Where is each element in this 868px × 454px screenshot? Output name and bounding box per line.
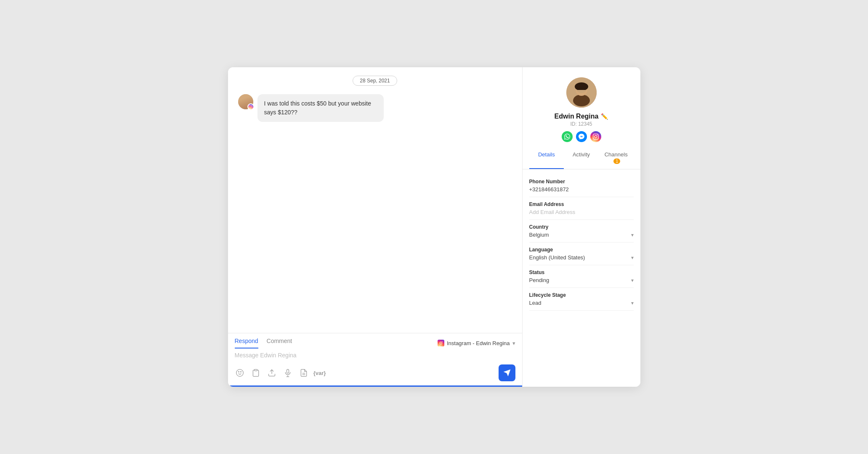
instagram-channel-icon bbox=[438, 340, 444, 346]
status-chevron-icon: ▾ bbox=[631, 277, 634, 283]
svg-point-4 bbox=[238, 372, 239, 372]
whatsapp-channel-icon[interactable] bbox=[562, 131, 573, 142]
svg-point-14 bbox=[573, 95, 590, 106]
contact-avatar-image bbox=[566, 77, 597, 108]
language-chevron-icon: ▾ bbox=[631, 255, 634, 261]
language-dropdown[interactable]: English (United States) ▾ bbox=[529, 254, 634, 261]
language-item: Language English (United States) ▾ bbox=[529, 243, 634, 265]
message-row: I was told this costs $50 but your websi… bbox=[238, 94, 384, 122]
tab-row: Respond Comment bbox=[228, 333, 522, 348]
channel-chevron-icon: ▾ bbox=[512, 340, 515, 346]
microphone-icon[interactable] bbox=[283, 368, 293, 378]
lifecycle-chevron-icon: ▾ bbox=[631, 300, 634, 306]
progress-bar bbox=[228, 385, 522, 387]
country-chevron-icon: ▾ bbox=[631, 232, 634, 238]
message-placeholder: Message Edwin Regina bbox=[235, 352, 297, 359]
variable-icon[interactable]: {var} bbox=[315, 368, 325, 378]
clipboard-icon[interactable] bbox=[251, 368, 261, 378]
instagram-contact-icon[interactable] bbox=[590, 131, 601, 142]
contact-header: Edwin Regina ✏️ ID: 12345 bbox=[523, 67, 640, 147]
message-input[interactable]: Message Edwin Regina bbox=[228, 348, 522, 362]
lifecycle-dropdown[interactable]: Lead ▾ bbox=[529, 300, 634, 306]
status-dropdown[interactable]: Pending ▾ bbox=[529, 277, 634, 283]
email-address-item: Email Address Add Email Address bbox=[529, 197, 634, 220]
send-icon bbox=[503, 369, 511, 377]
email-address-label: Email Address bbox=[529, 201, 634, 207]
channel-selector[interactable]: Instagram - Edwin Regina ▾ bbox=[438, 340, 515, 346]
svg-rect-0 bbox=[438, 340, 444, 346]
main-container: 28 Sep, 2021 I was told this costs $50 b… bbox=[228, 67, 640, 387]
status-item: Status Pending ▾ bbox=[529, 265, 634, 288]
contact-id: ID: 12345 bbox=[570, 121, 592, 127]
channels-badge: 1 bbox=[613, 158, 620, 164]
country-label: Country bbox=[529, 224, 634, 230]
status-value: Pending bbox=[529, 277, 549, 283]
comment-tab[interactable]: Comment bbox=[267, 338, 292, 348]
status-label: Status bbox=[529, 269, 634, 275]
country-dropdown[interactable]: Belgium ▾ bbox=[529, 232, 634, 238]
edit-icon[interactable]: ✏️ bbox=[601, 113, 608, 120]
send-button[interactable] bbox=[499, 364, 515, 381]
toolbar-row: {var} bbox=[228, 362, 522, 385]
input-area: Respond Comment bbox=[228, 333, 522, 387]
phone-number-label: Phone Number bbox=[529, 179, 634, 185]
svg-rect-6 bbox=[254, 370, 257, 371]
contact-channels bbox=[562, 131, 601, 142]
contact-name-row: Edwin Regina ✏️ bbox=[555, 113, 608, 120]
svg-point-5 bbox=[240, 372, 241, 372]
svg-point-3 bbox=[236, 370, 243, 377]
upload-icon[interactable] bbox=[267, 368, 277, 378]
phone-number-item: Phone Number +321846631872 bbox=[529, 174, 634, 197]
chat-panel: 28 Sep, 2021 I was told this costs $50 b… bbox=[228, 67, 523, 387]
tabs-left: Respond Comment bbox=[235, 338, 292, 348]
contact-tabs: Details Activity Channels 1 bbox=[523, 147, 640, 169]
document-icon[interactable] bbox=[299, 368, 309, 378]
chat-messages: 28 Sep, 2021 I was told this costs $50 b… bbox=[228, 67, 522, 333]
country-value: Belgium bbox=[529, 232, 549, 238]
emoji-icon[interactable] bbox=[235, 368, 245, 378]
lifecycle-label: Lifecycle Stage bbox=[529, 292, 634, 298]
contact-name: Edwin Regina bbox=[555, 113, 599, 120]
message-bubble: I was told this costs $50 but your websi… bbox=[257, 94, 384, 122]
svg-rect-8 bbox=[287, 370, 289, 373]
phone-number-value: +321846631872 bbox=[529, 186, 634, 193]
email-address-value[interactable]: Add Email Address bbox=[529, 209, 634, 215]
contact-panel: Edwin Regina ✏️ ID: 12345 bbox=[523, 67, 640, 387]
svg-point-16 bbox=[575, 82, 588, 91]
messenger-channel-icon[interactable] bbox=[576, 131, 587, 142]
tab-activity[interactable]: Activity bbox=[564, 147, 599, 169]
tab-details[interactable]: Details bbox=[529, 147, 564, 169]
channel-label: Instagram - Edwin Regina bbox=[447, 340, 510, 346]
svg-point-2 bbox=[442, 341, 443, 342]
lifecycle-value: Lead bbox=[529, 300, 542, 306]
country-item: Country Belgium ▾ bbox=[529, 220, 634, 243]
language-label: Language bbox=[529, 247, 634, 253]
language-value: English (United States) bbox=[529, 254, 585, 261]
avatar-container bbox=[238, 94, 253, 109]
tab-channels[interactable]: Channels 1 bbox=[599, 147, 634, 169]
respond-tab[interactable]: Respond bbox=[235, 338, 258, 348]
details-section: Phone Number +321846631872 Email Address… bbox=[523, 169, 640, 387]
instagram-avatar-badge bbox=[247, 103, 254, 110]
contact-avatar bbox=[566, 77, 597, 108]
date-divider: 28 Sep, 2021 bbox=[353, 76, 397, 86]
lifecycle-item: Lifecycle Stage Lead ▾ bbox=[529, 288, 634, 311]
toolbar-icons: {var} bbox=[235, 368, 325, 378]
